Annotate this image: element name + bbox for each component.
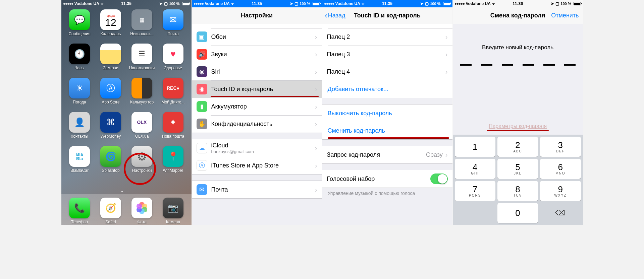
passcode-dashes xyxy=(460,64,576,66)
touchid-list[interactable]: Палец 2› Палец 3› Палец 4› Добавить отпе… xyxy=(322,24,452,225)
panel-change-passcode: Vodafone UAᯤ 11:36 ➤▢100 % Смена код-пар… xyxy=(453,0,583,225)
app-olx[interactable]: OLXOLX.ua xyxy=(128,112,156,146)
carrier-label: Vodafone UA xyxy=(74,1,99,6)
app-novaposhta[interactable]: ✦Нова пошта xyxy=(159,112,187,146)
battery-percent: 100 % xyxy=(169,2,179,6)
row-finger4[interactable]: Палец 4› xyxy=(322,63,452,80)
row-privacy[interactable]: ✋Конфиденциальность› xyxy=(192,115,322,133)
passcode-options-link[interactable]: Параметры код-пароля xyxy=(489,123,547,129)
toggle-switch[interactable] xyxy=(430,173,448,184)
settings-list[interactable]: ▣Обои› 🔊Звуки› ◉Siri› ◉Touch ID и код-па… xyxy=(192,24,322,225)
status-bar: Vodafone UAᯤ 11:35 ➤▢100 % xyxy=(192,0,322,7)
row-turn-off-passcode[interactable]: Выключить код-пароль xyxy=(322,104,452,122)
location-icon: ➤ xyxy=(159,1,163,6)
app-camera[interactable]: 📷Камера xyxy=(159,198,187,224)
key-3[interactable]: 3DEF xyxy=(540,137,581,157)
app-grid: 💬Сообщения среда12Календарь ▦Неиспольз..… xyxy=(61,0,192,180)
app-clock[interactable]: 🕙Часы xyxy=(66,44,93,78)
app-messages[interactable]: 💬Сообщения xyxy=(66,9,93,44)
battery-percent: 100 % xyxy=(560,2,571,6)
app-recorder[interactable]: REC●Мой Дикто... xyxy=(159,78,187,112)
panel-touchid-settings: Vodafone UAᯤ 11:35 ➤▢100 % ‹Назад Touch … xyxy=(322,0,453,225)
row-sounds[interactable]: 🔊Звуки› xyxy=(192,46,322,63)
app-notes[interactable]: Заметки xyxy=(97,44,124,78)
row-require-passcode[interactable]: Запрос код-пароляСразу› xyxy=(322,146,452,163)
row-touchid[interactable]: ◉Touch ID и код-пароль› xyxy=(192,80,322,98)
contacts-icon: 👤 xyxy=(69,112,90,133)
row-finger2[interactable]: Палец 2› xyxy=(322,28,452,46)
key-1[interactable]: 1 xyxy=(455,137,495,157)
cancel-button[interactable]: Отменить xyxy=(551,7,579,24)
row-icloud[interactable]: ☁︎iCloudbanzaycs@gmail.com› xyxy=(192,139,322,157)
calculator-icon xyxy=(131,78,152,98)
appstore-icon: Ⓐ xyxy=(100,78,121,98)
location-icon: ➤ xyxy=(290,1,293,6)
app-weather[interactable]: ☀︎Погода xyxy=(66,78,93,112)
carrier-label: Vodafone UA xyxy=(466,1,491,6)
key-2[interactable]: 2ABC xyxy=(497,137,538,157)
app-settings[interactable]: ⚙︎Настройки xyxy=(128,146,156,180)
app-reminders[interactable]: ☰Напоминания xyxy=(128,44,156,78)
chevron-right-icon: › xyxy=(315,33,317,41)
row-finger3[interactable]: Палец 3› xyxy=(322,46,452,63)
app-photos[interactable]: Фото xyxy=(128,198,156,224)
app-phone[interactable]: 📞Телефон xyxy=(66,198,93,224)
row-add-fingerprint[interactable]: Добавить отпечаток... xyxy=(322,80,452,98)
page-indicator: ● ○ xyxy=(61,190,192,193)
key-7[interactable]: 7PQRS xyxy=(455,181,495,201)
nav-back-button[interactable]: ‹Назад xyxy=(325,7,345,24)
navbar: Смена код-пароля Отменить xyxy=(453,7,583,24)
chevron-right-icon: › xyxy=(315,51,317,58)
app-calculator[interactable]: Калькулятор xyxy=(128,78,156,112)
signal-dots-icon xyxy=(194,3,204,5)
chevron-right-icon: › xyxy=(315,162,317,169)
novaposhta-icon: ✦ xyxy=(163,112,183,133)
chevron-left-icon: ‹ xyxy=(325,11,327,20)
row-itunes[interactable]: ⒶiTunes Store и App Store› xyxy=(192,157,322,174)
app-mail[interactable]: ✉︎Почта xyxy=(159,9,187,44)
dock: 📞Телефон 🧭Safari Фото 📷Камера xyxy=(61,194,192,225)
blablacar-icon: BlaBla xyxy=(69,146,90,167)
panel-home-screen: Vodafone UA ᯤ 11:35 ➤ ▢ 100 % 💬Сообщения… xyxy=(61,0,192,225)
signal-dots-icon xyxy=(324,3,334,5)
row-mail[interactable]: ✉︎Почта› xyxy=(192,181,322,198)
app-blablacar[interactable]: BlaBlaBlaBlaCar xyxy=(66,146,93,180)
key-8[interactable]: 8TUV xyxy=(497,181,538,201)
weather-icon: ☀︎ xyxy=(69,78,90,98)
clock-icon: 🕙 xyxy=(69,44,90,64)
phone-icon: 📞 xyxy=(69,198,90,218)
app-webmoney[interactable]: ⌘WebMoney xyxy=(97,112,124,146)
app-appstore[interactable]: ⒶApp Store xyxy=(97,78,124,112)
signal-dots-icon xyxy=(455,3,465,5)
chevron-right-icon: › xyxy=(445,51,448,58)
key-6[interactable]: 6MNO xyxy=(540,159,581,179)
app-splashtop[interactable]: 🌀Splashtop xyxy=(97,146,124,180)
navbar: ‹Назад Touch ID и код-пароль xyxy=(322,7,452,24)
photos-icon xyxy=(131,198,152,218)
key-0[interactable]: 0 xyxy=(497,203,538,223)
app-health[interactable]: ♥Здоровье xyxy=(159,44,187,78)
health-icon: ♥ xyxy=(163,44,183,64)
row-change-passcode[interactable]: Сменить код-пароль xyxy=(322,122,452,139)
key-9[interactable]: 9WXYZ xyxy=(540,181,581,201)
app-calendar[interactable]: среда12Календарь xyxy=(97,9,124,44)
key-5[interactable]: 5JKL xyxy=(497,159,538,179)
row-wallpaper[interactable]: ▣Обои› xyxy=(192,28,322,46)
app-safari[interactable]: 🧭Safari xyxy=(97,198,124,224)
annotation-underline xyxy=(487,130,549,131)
wallpaper-icon: ▣ xyxy=(197,31,207,42)
calendar-icon: среда12 xyxy=(100,9,121,30)
location-icon: ➤ xyxy=(551,1,554,6)
battery-icon: ▮ xyxy=(197,101,207,112)
key-4[interactable]: 4GHI xyxy=(455,159,495,179)
app-wifimapper[interactable]: 📍WifiMapper xyxy=(159,146,187,180)
row-siri[interactable]: ◉Siri› xyxy=(192,63,322,80)
app-contacts[interactable]: 👤Контакты xyxy=(66,112,93,146)
key-backspace[interactable]: ⌫ xyxy=(540,203,581,223)
app-unused-folder[interactable]: ▦Неиспольз... xyxy=(128,9,156,44)
status-bar: Vodafone UA ᯤ 11:35 ➤ ▢ 100 % xyxy=(61,0,192,7)
splashtop-icon: 🌀 xyxy=(100,146,121,167)
row-battery[interactable]: ▮Аккумулятор› xyxy=(192,98,322,115)
row-voice-dial[interactable]: Голосовой набор xyxy=(322,170,452,188)
messages-icon: 💬 xyxy=(69,9,90,30)
